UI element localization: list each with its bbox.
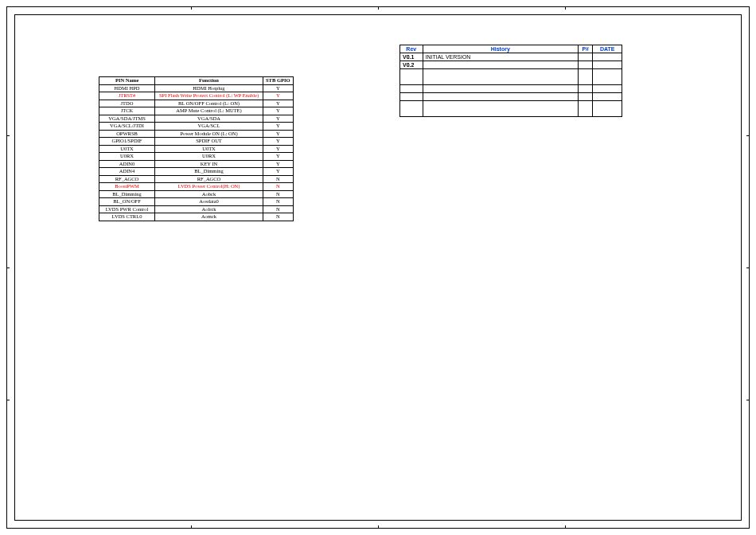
- pin-table-cell-stb: Y: [263, 107, 294, 115]
- pin-table-cell-pin: ADIN0: [99, 160, 155, 168]
- pin-table-header-stb: STB GPIO: [263, 77, 294, 85]
- pin-table-cell-stb: N: [263, 183, 294, 191]
- pin-table-cell-pin: JTCK: [99, 107, 155, 115]
- pin-table-row: VGA/SDA/JTMSVGA/SDAY: [99, 115, 294, 123]
- revision-row: [400, 85, 622, 93]
- pin-table-row: JTRST#SPI Flash Write Protect Control (L…: [99, 92, 294, 100]
- pin-table-cell-func: VGA/SDA: [155, 115, 263, 123]
- pin-table-cell-stb: Y: [263, 123, 294, 131]
- revision-row: V0.1INITIAL VERSION: [400, 53, 622, 61]
- revision-cell-hist: [423, 101, 579, 117]
- frame-tick: [565, 7, 566, 10]
- frame-tick: [746, 135, 749, 136]
- pin-table-cell-stb: N: [263, 175, 294, 183]
- pin-table-header-func: Function: [155, 77, 263, 85]
- pin-table-cell-func: LVDS Power Control(H: ON): [155, 183, 263, 191]
- pin-table-cell-stb: Y: [263, 153, 294, 161]
- pin-table-cell-func: SPDIF OUT: [155, 138, 263, 146]
- revision-row: [400, 69, 622, 85]
- revision-cell-p: [579, 69, 593, 85]
- pin-table-cell-stb: Y: [263, 138, 294, 146]
- revision-cell-hist: [423, 61, 579, 69]
- pin-table-cell-stb: Y: [263, 145, 294, 153]
- revision-cell-p: [579, 85, 593, 93]
- pin-table-cell-func: U0TX: [155, 145, 263, 153]
- pin-table-cell-func: VGA/SCL: [155, 123, 263, 131]
- pin-table-row: LVDS CTRL0AomckN: [99, 213, 294, 221]
- frame-tick: [191, 525, 192, 528]
- revision-cell-rev: [400, 101, 423, 117]
- frame-tick: [7, 400, 10, 400]
- frame-tick: [7, 268, 10, 268]
- revision-cell-rev: [400, 85, 423, 93]
- revision-cell-date: [593, 85, 622, 93]
- pin-table-row: BoostPWMLVDS Power Control(H: ON)N: [99, 183, 294, 191]
- pin-table-row: ADIN4BL_DimmingY: [99, 168, 294, 176]
- pin-table-row: LVDS PWR ControlAolrckN: [99, 205, 294, 213]
- revision-cell-date: [593, 101, 622, 117]
- pin-table-cell-stb: N: [263, 198, 294, 206]
- pin-table-cell-pin: VGA/SCL/JTDI: [99, 123, 155, 131]
- pin-table-cell-stb: Y: [263, 160, 294, 168]
- pin-table-row: GPIO1/SPDIFSPDIF OUTY: [99, 138, 294, 146]
- revision-cell-rev: V0.1: [400, 53, 423, 61]
- revision-cell-rev: [400, 69, 423, 85]
- pin-table-cell-stb: N: [263, 190, 294, 198]
- revision-header-row: Rev History P# DATE: [400, 45, 622, 53]
- revision-cell-p: [579, 93, 593, 101]
- revision-row: [400, 93, 622, 101]
- revision-header-p: P#: [579, 45, 593, 53]
- pin-table-row: U0TXU0TXY: [99, 145, 294, 153]
- pin-table-cell-func: BL_Dimming: [155, 168, 263, 176]
- pin-table-cell-func: Power Module ON (L: ON): [155, 130, 263, 138]
- pin-table-cell-func: BL ON/OFF Control (L: ON): [155, 100, 263, 107]
- pin-table-cell-pin: BoostPWM: [99, 183, 155, 191]
- pin-table-row: ADIN0KEY INY: [99, 160, 294, 168]
- frame-tick: [378, 7, 379, 10]
- pin-table-cell-pin: LVDS PWR Control: [99, 205, 155, 213]
- pin-table-cell-stb: Y: [263, 130, 294, 138]
- pin-table-cell-pin: JTRST#: [99, 92, 155, 100]
- pin-table-cell-stb: Y: [263, 115, 294, 123]
- frame-tick: [565, 525, 566, 528]
- pin-table-row: OPWRSBPower Module ON (L: ON)Y: [99, 130, 294, 138]
- pin-table-cell-func: SPI Flash Write Protect Control (L: WP E…: [155, 92, 263, 100]
- pin-table-cell-func: Aolrck: [155, 205, 263, 213]
- pin-table-cell-func: HDMI Hotplug: [155, 84, 263, 92]
- revision-cell-date: [593, 61, 622, 69]
- pin-table-cell-pin: GPIO1/SPDIF: [99, 138, 155, 146]
- revision-cell-p: [579, 61, 593, 69]
- revision-cell-hist: [423, 69, 579, 85]
- pin-table-cell-func: RF_AGCO: [155, 175, 263, 183]
- revision-cell-rev: [400, 93, 423, 101]
- pin-table-cell-pin: OPWRSB: [99, 130, 155, 138]
- pin-table-cell-stb: Y: [263, 100, 294, 107]
- pin-table-cell-func: Aosdata0: [155, 198, 263, 206]
- pin-table-cell-pin: HDMI HPD: [99, 84, 155, 92]
- revision-cell-hist: [423, 85, 579, 93]
- revision-cell-hist: INITIAL VERSION: [423, 53, 579, 61]
- pin-table-cell-pin: BL_Dimming: [99, 190, 155, 198]
- pin-table-header-row: PIN Name Function STB GPIO: [99, 77, 294, 85]
- pin-table-row: RF_AGCORF_AGCON: [99, 175, 294, 183]
- frame-tick: [7, 135, 10, 136]
- pin-table-cell-pin: RF_AGCO: [99, 175, 155, 183]
- pin-table-cell-func: KEY IN: [155, 160, 263, 168]
- revision-header-rev: Rev: [400, 45, 423, 53]
- pin-table-row: JTCKAMP Mute Control (L: MUTE)Y: [99, 107, 294, 115]
- revision-cell-date: [593, 53, 622, 61]
- pin-table-cell-stb: N: [263, 213, 294, 221]
- pin-table-cell-func: Aomck: [155, 213, 263, 221]
- pin-table-row: U0RXU0RXY: [99, 153, 294, 161]
- pin-table-row: BL_DimmingAobckN: [99, 190, 294, 198]
- pin-table-cell-pin: LVDS CTRL0: [99, 213, 155, 221]
- revision-header-date: DATE: [593, 45, 622, 53]
- pin-table-cell-stb: Y: [263, 84, 294, 92]
- pin-table: PIN Name Function STB GPIO HDMI HPDHDMI …: [99, 76, 294, 221]
- revision-cell-date: [593, 93, 622, 101]
- pin-table-cell-pin: BL_ON/OFF: [99, 198, 155, 206]
- pin-table-cell-pin: U0RX: [99, 153, 155, 161]
- pin-table-cell-stb: Y: [263, 168, 294, 176]
- pin-table-cell-pin: U0TX: [99, 145, 155, 153]
- pin-table-cell-pin: VGA/SDA/JTMS: [99, 115, 155, 123]
